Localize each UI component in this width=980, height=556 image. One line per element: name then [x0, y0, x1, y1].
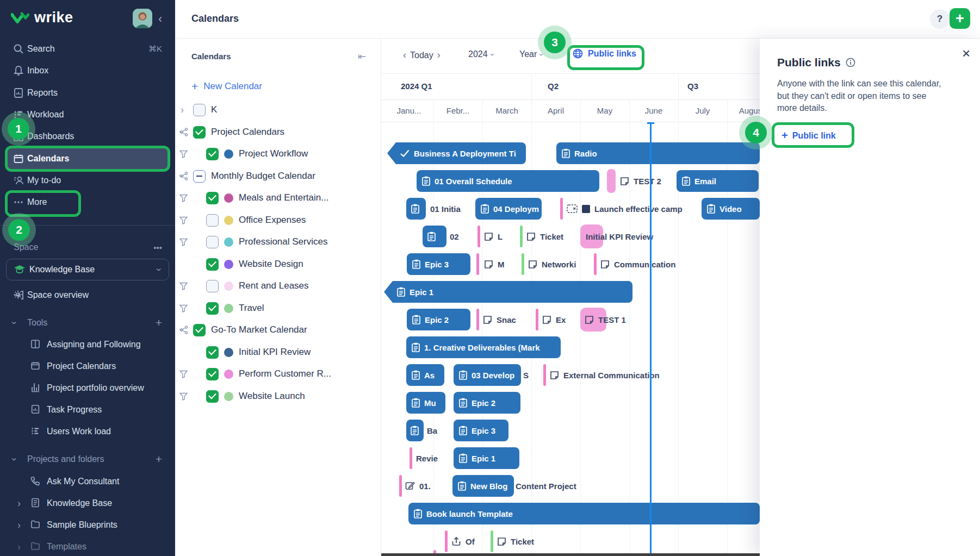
sidebar-item-templates[interactable]: › Templates [0, 536, 175, 556]
gantt-pill[interactable] [607, 169, 616, 193]
today-nav[interactable]: ‹ Today › [403, 49, 441, 61]
gantt-label[interactable]: 02 [450, 226, 459, 247]
tree-item[interactable]: Rent and Leases [175, 275, 381, 297]
checkbox-unchecked[interactable] [206, 280, 219, 292]
checkbox-checked[interactable] [193, 324, 206, 336]
gantt-tick[interactable] [445, 530, 448, 552]
sidebar-item-my-todo[interactable]: My to-do [0, 170, 175, 191]
gantt-bar[interactable]: 01 Overall Schedule [417, 170, 599, 192]
next-icon[interactable]: › [437, 49, 441, 61]
tree-item[interactable]: › Monthly Budget Calendar [175, 165, 381, 187]
projects-section-header[interactable]: › Projects and folders + [0, 448, 175, 470]
sidebar-item-project-calendars[interactable]: Project Calendars [0, 355, 175, 377]
gantt-bar[interactable] [423, 226, 446, 247]
gantt-bar[interactable]: Radio [556, 142, 760, 164]
gear-icon[interactable] [13, 290, 24, 301]
gantt-label[interactable]: Initial KPI Review [586, 226, 653, 247]
sidebar-item-sample-blueprints[interactable]: › Sample Blueprints [0, 514, 175, 536]
gantt-bar[interactable]: Epic 3 [454, 420, 508, 441]
gantt-tick[interactable] [399, 475, 402, 497]
filter-icon[interactable] [179, 194, 188, 202]
gantt-bar[interactable]: Business A Deployment Ti [387, 142, 526, 164]
filter-icon[interactable] [179, 392, 188, 401]
tree-item[interactable]: Perform Customer R... [175, 363, 381, 385]
gantt-label[interactable]: S [523, 364, 529, 386]
sidebar-item-knowledge-base[interactable]: › Knowledge Base [0, 492, 175, 514]
gantt-tick[interactable] [476, 309, 479, 330]
gantt-label[interactable]: Content Project [516, 475, 576, 497]
gantt-label[interactable]: L [484, 226, 503, 247]
gantt-label[interactable]: TEST 2 [620, 170, 661, 192]
info-icon[interactable] [846, 58, 855, 67]
gantt-bar[interactable]: 03 Develop [454, 364, 521, 386]
gantt-bar[interactable]: New Blog [452, 475, 514, 497]
filter-icon[interactable] [179, 238, 188, 246]
gantt-tick[interactable] [491, 530, 493, 552]
filter-icon[interactable] [179, 282, 188, 290]
checkbox-unchecked[interactable] [206, 214, 219, 227]
space-more-icon[interactable]: ••• [153, 243, 162, 252]
chevron-down-icon[interactable]: › [177, 174, 187, 178]
gantt-bar[interactable]: 1. Creative Deliverables (Mark [406, 336, 561, 358]
sidebar-item-task-progress[interactable]: Task Progress [0, 399, 175, 421]
view-select[interactable]: Year › [519, 49, 543, 59]
gantt-bar[interactable]: As [406, 364, 444, 386]
gantt-label[interactable]: External Communication [550, 364, 660, 386]
gantt-bar[interactable]: Email [677, 170, 759, 192]
tree-item[interactable]: Professional Services [175, 231, 381, 253]
gantt-label[interactable]: 01 Initia [430, 198, 461, 220]
collapse-panel-icon[interactable]: ⇤ [358, 51, 366, 63]
tree-item[interactable]: Initial KPI Review [175, 341, 381, 363]
tree-item[interactable]: Project Workflow [175, 143, 381, 165]
tree-item[interactable]: Website Launch [175, 385, 381, 407]
sidebar-item-search[interactable]: Search ⌘K [0, 38, 175, 60]
gantt-bar[interactable]: Epic 1 [454, 447, 519, 469]
chevron-down-icon[interactable]: › [177, 328, 187, 332]
gantt-bar[interactable] [406, 420, 424, 441]
gantt-label[interactable]: TEST 1 [585, 309, 626, 330]
gantt-tick[interactable] [476, 253, 479, 275]
checkbox-unchecked[interactable] [193, 104, 206, 116]
filter-icon[interactable] [179, 150, 188, 158]
sidebar-item-inbox[interactable]: Inbox [0, 60, 175, 82]
chevron-down-icon[interactable]: › [177, 130, 187, 134]
sidebar-item-assigning[interactable]: Assigning and Following [0, 334, 175, 355]
gantt-tick[interactable] [520, 226, 523, 247]
gantt-label[interactable]: 01. [405, 475, 431, 497]
gantt-label[interactable]: Communication [600, 253, 675, 275]
checkbox-indeterminate[interactable] [193, 170, 206, 183]
gantt-bar[interactable]: Epic 2 [454, 392, 520, 414]
gantt-bar[interactable]: Epic 2 [407, 309, 470, 330]
bottom-scrollbar[interactable] [381, 553, 760, 556]
new-calendar-button[interactable]: + New Calendar [191, 80, 262, 93]
sidebar-item-portfolio[interactable]: Project portfolio overview [0, 377, 175, 399]
sidebar-item-users-workload[interactable]: Users Work load [0, 421, 175, 442]
create-button[interactable]: + [950, 8, 970, 29]
chevron-right-icon[interactable]: › [181, 105, 184, 115]
add-tool-icon[interactable]: + [156, 316, 162, 329]
gantt-label[interactable]: M [484, 253, 505, 275]
checkbox-checked[interactable] [206, 346, 219, 359]
gantt-label[interactable]: Launch effective camp [567, 198, 683, 220]
filter-icon[interactable] [179, 370, 188, 378]
sidebar-item-space-overview[interactable]: Space overview [0, 284, 175, 306]
sidebar-collapse-icon[interactable]: ‹ [158, 12, 162, 26]
gantt-tick[interactable] [477, 226, 480, 247]
checkbox-checked[interactable] [206, 390, 219, 403]
wrike-logo[interactable]: wrike [11, 9, 73, 26]
today-button[interactable]: Today [410, 51, 433, 60]
tree-item[interactable]: Travel [175, 297, 381, 319]
sidebar-item-reports[interactable]: Reports [0, 82, 175, 104]
help-button[interactable]: ? [930, 9, 950, 29]
checkbox-unchecked[interactable] [206, 236, 219, 248]
gantt-bar[interactable]: Epic 3 [407, 253, 470, 275]
tree-item[interactable]: Meals and Entertain... [175, 187, 381, 209]
gantt-label[interactable]: Snac [483, 309, 516, 330]
gantt-bar[interactable]: Book launch Template [408, 503, 760, 524]
tree-item[interactable]: › K [175, 99, 381, 121]
gantt-label[interactable]: Ba [427, 420, 437, 441]
checkbox-checked[interactable] [206, 302, 219, 315]
add-project-icon[interactable]: + [156, 453, 162, 466]
tree-item[interactable]: Website Design [175, 253, 381, 275]
gantt-tick[interactable] [410, 447, 412, 469]
